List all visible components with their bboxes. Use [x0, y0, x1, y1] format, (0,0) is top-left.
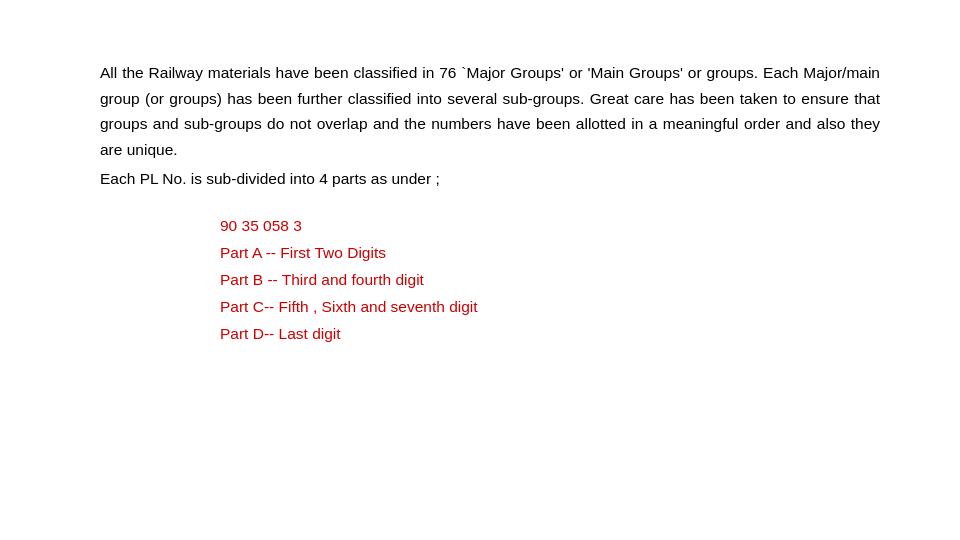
part-b: Part B -- Third and fourth digit	[220, 266, 880, 293]
sub-line: Each PL No. is sub-divided into 4 parts …	[100, 166, 880, 192]
parts-container: 90 35 058 3 Part A -- First Two Digits P…	[220, 212, 880, 348]
part-d: Part D-- Last digit	[220, 320, 880, 347]
main-paragraph: All the Railway materials have been clas…	[100, 60, 880, 162]
part-c: Part C-- Fifth , Sixth and seventh digit	[220, 293, 880, 320]
part-a: Part A -- First Two Digits	[220, 239, 880, 266]
page-container: All the Railway materials have been clas…	[0, 0, 960, 540]
part-number: 90 35 058 3	[220, 212, 880, 239]
